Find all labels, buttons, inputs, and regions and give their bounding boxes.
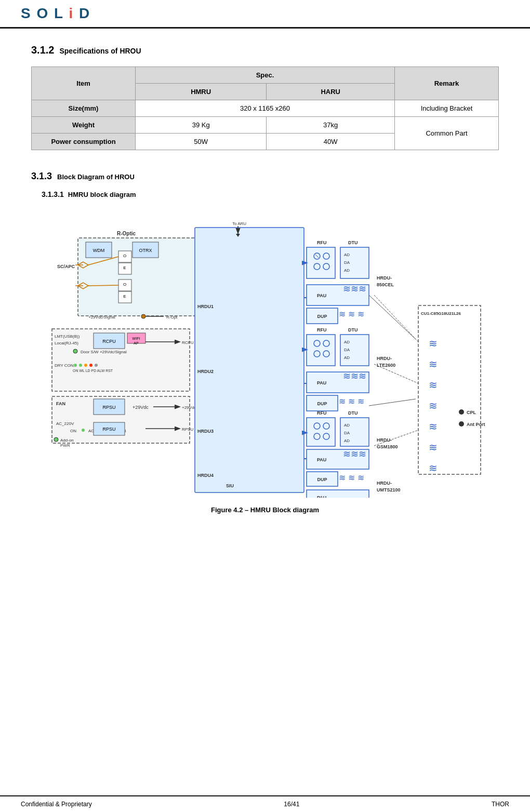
svg-text:LTE2600: LTE2600 bbox=[377, 363, 395, 368]
svg-text:AD: AD bbox=[344, 438, 350, 443]
svg-text:DA: DA bbox=[344, 348, 350, 352]
svg-text:≋: ≋ bbox=[351, 371, 359, 381]
svg-text:UMTS2100: UMTS2100 bbox=[377, 487, 401, 492]
footer: Confidential & Proprietary 16/41 THOR bbox=[0, 795, 530, 812]
col-hmru-header: HMRU bbox=[136, 84, 267, 100]
svg-text:HRDU3: HRDU3 bbox=[197, 429, 214, 434]
svg-text:RFU: RFU bbox=[317, 327, 327, 332]
svg-text:PAU: PAU bbox=[317, 293, 326, 298]
svg-text:HRDU1: HRDU1 bbox=[197, 304, 214, 309]
logo-dot: i bbox=[69, 5, 74, 21]
header: S O L i D bbox=[0, 0, 530, 29]
svg-text:≋: ≋ bbox=[343, 371, 351, 381]
svg-text:DUP: DUP bbox=[317, 477, 327, 482]
row1-size: 320 x 1165 x260 bbox=[136, 100, 395, 117]
col-item-header: Item bbox=[32, 67, 136, 100]
svg-text:DA: DA bbox=[344, 431, 350, 435]
svg-text:RCPU: RCPU bbox=[102, 339, 116, 344]
svg-text:≋: ≋ bbox=[429, 421, 438, 432]
svg-text:WIFI: WIFI bbox=[132, 337, 140, 340]
subsubsection-title-3131: HMRU block diagram bbox=[68, 191, 136, 198]
svg-point-34 bbox=[73, 349, 77, 353]
svg-text:Ant Port: Ant Port bbox=[467, 422, 485, 427]
svg-point-40 bbox=[89, 364, 92, 367]
row3-item: Power consumption bbox=[32, 134, 136, 150]
footer-left: Confidential & Proprietary bbox=[21, 801, 92, 808]
svg-text:CPL: CPL bbox=[467, 410, 476, 415]
svg-text:PAU: PAU bbox=[317, 380, 326, 385]
svg-text:≋: ≋ bbox=[359, 449, 366, 459]
svg-text:≋: ≋ bbox=[348, 310, 355, 318]
section-heading-312: 3.1.2 Specifications of HROU bbox=[31, 44, 499, 56]
svg-line-21 bbox=[88, 285, 118, 286]
svg-text:R-Optic: R-Optic bbox=[117, 231, 136, 236]
svg-text:≋: ≋ bbox=[357, 397, 364, 406]
subsection-title-313: Block Diagram of HROU bbox=[57, 173, 135, 181]
svg-text:≋: ≋ bbox=[357, 310, 364, 318]
svg-text:≋: ≋ bbox=[357, 473, 364, 482]
svg-text:O: O bbox=[123, 254, 126, 258]
svg-rect-121 bbox=[307, 418, 335, 446]
svg-text:E: E bbox=[123, 265, 126, 270]
svg-point-41 bbox=[95, 364, 98, 367]
svg-text:+29Vdc/Signal: +29Vdc/Signal bbox=[88, 315, 115, 320]
svg-text:GSM1800: GSM1800 bbox=[377, 444, 398, 449]
row2-haru: 37kg bbox=[267, 117, 395, 134]
logo-d: D bbox=[79, 5, 90, 21]
svg-point-155 bbox=[459, 409, 464, 415]
svg-text:≋: ≋ bbox=[343, 284, 351, 294]
svg-text:LMT(USB(B)): LMT(USB(B)) bbox=[55, 334, 80, 339]
main-content: 3.1.2 Specifications of HROU Item Spec. … bbox=[0, 29, 530, 550]
row3-hmru: 50W bbox=[136, 134, 267, 150]
svg-text:≋: ≋ bbox=[339, 473, 346, 482]
svg-text:FAN: FAN bbox=[56, 401, 65, 406]
svg-text:AD: AD bbox=[344, 252, 350, 257]
svg-text:RPSU: RPSU bbox=[182, 427, 193, 432]
svg-text:HRDU2: HRDU2 bbox=[197, 369, 214, 374]
svg-text:E: E bbox=[123, 294, 126, 299]
svg-text:DTU: DTU bbox=[348, 410, 358, 416]
svg-text:CU1-C85G18U21L26: CU1-C85G18U21L26 bbox=[421, 311, 461, 316]
subsubsection-heading-3131: 3.1.3.1 HMRU block diagram bbox=[31, 190, 499, 198]
logo-l: L bbox=[54, 5, 64, 21]
logo: S O L i D bbox=[21, 5, 90, 22]
svg-text:AD: AD bbox=[344, 355, 350, 360]
svg-text:≋: ≋ bbox=[359, 284, 366, 294]
svg-text:HRDU4: HRDU4 bbox=[197, 473, 214, 478]
svg-text:R-Opt: R-Opt bbox=[166, 315, 178, 320]
svg-text:≋: ≋ bbox=[339, 397, 346, 406]
table-header-row: Item Spec. Remark bbox=[32, 67, 499, 84]
col-remark-header: Remark bbox=[395, 67, 499, 100]
svg-text:≋: ≋ bbox=[429, 338, 438, 349]
svg-text:≋: ≋ bbox=[429, 442, 438, 453]
svg-text:RFU: RFU bbox=[317, 410, 327, 416]
table-row: Size(mm) 320 x 1165 x260 Including Brack… bbox=[32, 100, 499, 117]
svg-text:AD: AD bbox=[344, 423, 350, 428]
svg-text:≋: ≋ bbox=[339, 310, 346, 318]
svg-point-54 bbox=[82, 429, 85, 432]
svg-text:DRY CON.: DRY CON. bbox=[55, 363, 75, 368]
svg-text:RCPU: RCPU bbox=[182, 340, 194, 345]
svg-text:HRDU-: HRDU- bbox=[377, 481, 392, 486]
svg-text:Door S/W  +29Vdc/Signal: Door S/W +29Vdc/Signal bbox=[81, 350, 127, 354]
row2-remark: Common Part bbox=[395, 117, 499, 150]
diagram-container: R-Optic WDM OTRX O E O E SC/APC bbox=[31, 207, 499, 498]
footer-right: THOR bbox=[492, 801, 509, 808]
subsubsection-number-3131: 3.1.3.1 bbox=[42, 190, 64, 198]
hmru-block-diagram: R-Optic WDM OTRX O E O E SC/APC bbox=[42, 207, 488, 498]
svg-text:HRDU-: HRDU- bbox=[377, 356, 392, 361]
svg-text:≋: ≋ bbox=[348, 397, 355, 406]
svg-text:≋: ≋ bbox=[429, 462, 438, 474]
svg-text:AP: AP bbox=[134, 341, 139, 345]
svg-text:PWR: PWR bbox=[60, 443, 70, 448]
svg-text:+29Vdc: +29Vdc bbox=[182, 405, 196, 410]
svg-text:AD: AD bbox=[344, 268, 350, 273]
logo-o: O bbox=[36, 5, 49, 21]
subsection-heading-313: 3.1.3 Block Diagram of HROU bbox=[31, 171, 499, 182]
svg-text:850CEL: 850CEL bbox=[377, 282, 394, 287]
svg-text:ON WL LD PD ALM RST: ON WL LD PD ALM RST bbox=[73, 369, 113, 372]
svg-text:OTRX: OTRX bbox=[139, 248, 152, 253]
row2-item: Weight bbox=[32, 117, 136, 134]
svg-text:HRDU-: HRDU- bbox=[377, 437, 392, 443]
svg-point-37 bbox=[74, 364, 77, 367]
